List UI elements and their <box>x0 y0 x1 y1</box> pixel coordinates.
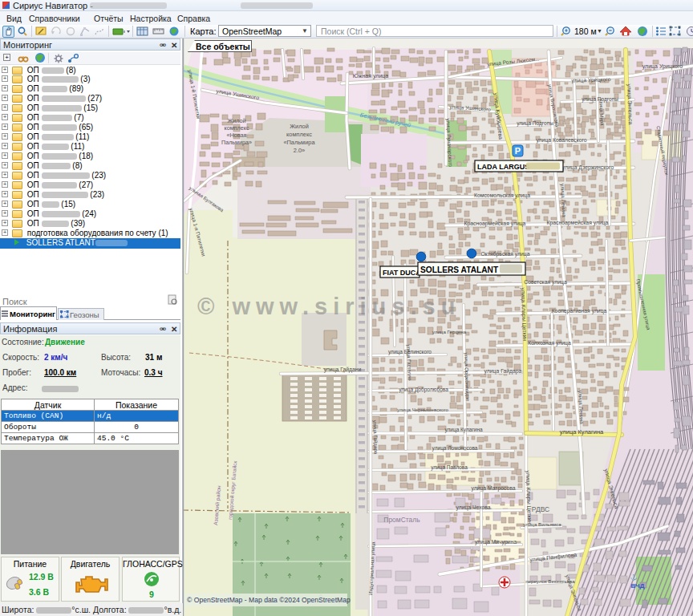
svg-text:улица Подгопы: улица Подгопы <box>517 120 553 127</box>
svg-text:улица Ковалевского: улица Ковалевского <box>536 137 586 144</box>
svg-text:улица Урицкого: улица Урицкого <box>642 63 683 70</box>
svg-text:комплекс: комплекс <box>224 124 249 132</box>
svg-text:улица Герцена: улица Герцена <box>432 329 467 334</box>
svg-text:комплекс: комплекс <box>286 131 312 138</box>
svg-text:улица Кулагина: улица Кулагина <box>444 427 483 433</box>
svg-text:⚓: ⚓ <box>630 573 638 581</box>
svg-text:2.0»: 2.0» <box>294 147 305 154</box>
svg-text:улица Гайдани: улица Гайдани <box>324 367 362 373</box>
svg-text:ПромСталь: ПромСталь <box>383 516 420 524</box>
svg-text:улица Чехова: улица Чехова <box>456 505 490 511</box>
svg-text:«Пальмира: «Пальмира <box>283 139 315 146</box>
svg-text:LADA LARGUS: LADA LARGUS <box>477 163 529 171</box>
svg-text:Красноармейская улица: Красноармейская улица <box>464 221 526 227</box>
svg-text:ВЧД: ВЧД <box>631 582 645 590</box>
svg-text:Колхозная улица: Колхозная улица <box>528 340 571 346</box>
svg-text:улица Ломоносова: улица Ломоносова <box>432 445 478 452</box>
svg-text:улица Гайдара: улица Гайдара <box>484 368 522 375</box>
svg-text:Кооперативная улица: Кооперативная улица <box>552 308 607 314</box>
svg-text:Пальмира»: Пальмира» <box>221 139 252 146</box>
svg-text:Жилой: Жилой <box>290 123 309 130</box>
svg-text:улица Павлова: улица Павлова <box>431 464 468 471</box>
svg-text:Комсомольская улица: Комсомольская улица <box>474 192 530 199</box>
svg-text:Красноармейская улица: Красноармейская улица <box>547 220 609 226</box>
svg-text:улица Мичурина: улица Мичурина <box>475 539 517 545</box>
svg-text:улица Дзержинского: улица Дзержинского <box>562 164 614 171</box>
svg-text:SOLLERS ATALANT: SOLLERS ATALANT <box>420 265 499 274</box>
svg-text:© www.sirius.su: © www.sirius.su <box>197 294 460 319</box>
svg-text:Советская улица: Советская улица <box>524 279 567 286</box>
svg-text:© OpenStreetMap - Map data ©20: © OpenStreetMap - Map data ©2024 OpenStr… <box>187 596 351 604</box>
svg-text:улица Добролюбова: улица Добролюбова <box>399 387 448 393</box>
svg-text:улица Чернышевского: улица Чернышевского <box>397 407 449 412</box>
svg-text:Южная улица: Южная улица <box>353 73 389 79</box>
svg-text:Октябрьская улица: Октябрьская улица <box>481 251 530 257</box>
svg-text:«Новая: «Новая <box>227 132 247 139</box>
svg-text:РДВС: РДВС <box>532 505 549 513</box>
svg-text:P: P <box>515 146 521 156</box>
svg-text:улица Кулагина: улица Кулагина <box>560 428 604 436</box>
svg-text:Жилой: Жилой <box>228 117 246 124</box>
svg-text:улица Матросова: улица Матросова <box>471 485 515 492</box>
